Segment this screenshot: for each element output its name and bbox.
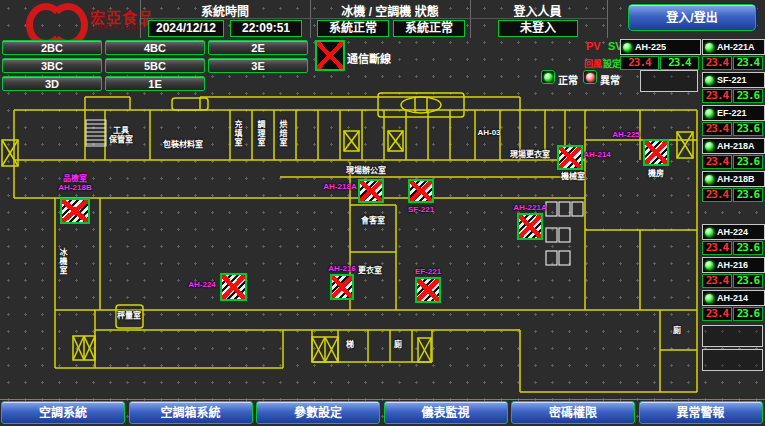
room-label: 機械室 bbox=[561, 172, 585, 181]
brand-logo-icon bbox=[24, 3, 86, 35]
room-label: 機房 bbox=[648, 169, 664, 178]
equipment-EF-221[interactable]: EF-221 bbox=[702, 105, 765, 121]
floor-button-3BC[interactable]: 3BC bbox=[2, 58, 102, 73]
room-label: 充填室 bbox=[233, 120, 242, 147]
equipment-name: EF-221 bbox=[717, 108, 747, 118]
brand-subtitle: HUNYA FOODS bbox=[92, 24, 147, 30]
floor-button-5BC[interactable]: 5BC bbox=[105, 58, 205, 73]
ahu-unit-AH-216[interactable] bbox=[330, 274, 354, 300]
equipment-name: AH-224 bbox=[717, 227, 748, 237]
system-time-title: 系統時間 bbox=[150, 2, 300, 19]
floorplan: 工具 保管室包裝材料室充填室調理室烘焙室AH-03現場更衣室現場辦公室會客室更衣… bbox=[0, 90, 700, 400]
ahu-unit-AH-218B[interactable] bbox=[60, 198, 90, 224]
equipment-AH-224[interactable]: AH-224 bbox=[702, 224, 765, 240]
ahu-unit-AH-225[interactable] bbox=[643, 139, 669, 166]
status-led bbox=[705, 43, 714, 52]
header-divider bbox=[607, 0, 608, 38]
status-led bbox=[623, 43, 632, 52]
equipment-name: AH-216 bbox=[717, 260, 748, 270]
comm-loss-label: 通信斷線 bbox=[347, 50, 391, 66]
equipment-SF-221[interactable]: SF-221 bbox=[702, 72, 765, 88]
equipment-AH-225[interactable]: AH-225 bbox=[620, 39, 701, 55]
abnormal-led bbox=[583, 70, 597, 84]
normal-label: 正常 bbox=[558, 72, 578, 87]
chiller-status-value: 系統正常 bbox=[317, 20, 389, 37]
spare-slot-box bbox=[640, 70, 698, 92]
pv-column-label: PV bbox=[586, 40, 601, 52]
login-logout-button[interactable]: 登入/登出 bbox=[628, 4, 756, 31]
floor-button-1E[interactable]: 1E bbox=[105, 76, 205, 91]
status-led bbox=[705, 142, 714, 151]
sv-value-EF-221: 23.6 bbox=[733, 122, 763, 136]
floorplan-svg bbox=[0, 90, 700, 400]
sv-value-SF-221: 23.6 bbox=[733, 89, 763, 103]
ahu-unit-label-AH-216: AH-216 bbox=[328, 264, 356, 273]
header-divider bbox=[140, 0, 141, 38]
pv-value-AH-224: 23.4 bbox=[702, 241, 732, 255]
normal-led bbox=[541, 70, 555, 84]
equipment-name: AH-225 bbox=[635, 42, 666, 52]
status-led bbox=[705, 261, 714, 270]
status-led bbox=[705, 294, 714, 303]
comm-loss-icon bbox=[315, 40, 345, 71]
room-label: AH-03 bbox=[477, 128, 500, 137]
login-status-value: 未登入 bbox=[498, 20, 578, 37]
ahu-unit-AH-224[interactable] bbox=[220, 273, 247, 301]
equipment-AH-221A[interactable]: AH-221A bbox=[702, 39, 765, 55]
room-label: 廁 bbox=[673, 326, 681, 335]
floor-button-2BC[interactable]: 2BC bbox=[2, 40, 102, 55]
header-divider bbox=[470, 0, 471, 38]
bottom-button-5[interactable]: 密碼權限 bbox=[511, 401, 635, 424]
sv-value-AH-225: 23.4 bbox=[660, 56, 699, 70]
ahu-unit-label-AH-225: AH-225 bbox=[612, 130, 640, 139]
floor-nav: 2BC4BC2E3BC5BC3E3D1E bbox=[2, 40, 322, 94]
ahu-unit-label-AH-218B: 品檢室 AH-218B bbox=[58, 174, 91, 192]
pv-row-label: 回風 bbox=[584, 57, 602, 70]
room-label: 烘焙室 bbox=[278, 120, 287, 147]
sv-row-label: 設定 bbox=[603, 57, 621, 70]
ahu-unit-AH-214[interactable] bbox=[557, 145, 583, 170]
sv-value-AH-218A: 23.6 bbox=[733, 155, 763, 169]
room-label: 現場更衣室 bbox=[510, 150, 550, 159]
bottom-button-3[interactable]: 參數設定 bbox=[256, 401, 380, 424]
bottom-button-4[interactable]: 儀表監視 bbox=[384, 401, 508, 424]
ahu-unit-EF-221[interactable] bbox=[415, 277, 441, 303]
floor-button-2E[interactable]: 2E bbox=[208, 40, 308, 55]
machine-status-title: 冰機 / 空調機 狀態 bbox=[315, 2, 465, 19]
bottom-button-2[interactable]: 空調箱系統 bbox=[129, 401, 253, 424]
bottom-nav: 空調系統空調箱系統參數設定儀表監視密碼權限異常警報 bbox=[0, 399, 765, 426]
equipment-AH-214[interactable]: AH-214 bbox=[702, 290, 765, 306]
status-led bbox=[705, 175, 714, 184]
pv-value-AH-225: 23.4 bbox=[620, 56, 659, 70]
floor-button-4BC[interactable]: 4BC bbox=[105, 40, 205, 55]
bottom-button-1[interactable]: 空調系統 bbox=[1, 401, 125, 424]
status-led bbox=[705, 228, 714, 237]
floor-button-3D[interactable]: 3D bbox=[2, 76, 102, 91]
room-label: 工具 保管室 bbox=[109, 126, 133, 144]
room-label: 廁 bbox=[394, 340, 402, 349]
room-label: 現場辦公室 bbox=[346, 166, 386, 175]
equipment-name: AH-214 bbox=[717, 293, 748, 303]
system-time-value: 22:09:51 bbox=[230, 20, 302, 37]
ahu-unit-label-SF-221: SF-221 bbox=[408, 205, 434, 214]
ahu-unit-label-AH-224: AH-224 bbox=[188, 280, 216, 289]
room-label: 梯 bbox=[346, 340, 354, 349]
room-label: 會客室 bbox=[361, 216, 385, 225]
ahu-unit-AH-218A[interactable] bbox=[358, 179, 384, 203]
header-divider bbox=[310, 0, 311, 38]
spare-slot-box bbox=[702, 349, 763, 371]
equipment-AH-218A[interactable]: AH-218A bbox=[702, 138, 765, 154]
room-label: 冰機室 bbox=[58, 248, 67, 275]
sv-value-AH-216: 23.6 bbox=[733, 274, 763, 288]
ahu-unit-label-EF-221: EF-221 bbox=[415, 267, 441, 276]
room-label: 包裝材料室 bbox=[163, 140, 203, 149]
equipment-AH-218B[interactable]: AH-218B bbox=[702, 171, 765, 187]
ahu-unit-SF-221[interactable] bbox=[408, 179, 434, 203]
ahu-unit-AH-221A[interactable] bbox=[517, 213, 543, 240]
bottom-button-6[interactable]: 異常警報 bbox=[639, 401, 763, 424]
hmi-screen: 宏亞食品 HUNYA FOODS 系統時間 2024/12/12 22:09:5… bbox=[0, 0, 765, 426]
sv-value-AH-218B: 23.6 bbox=[733, 188, 763, 202]
equipment-AH-216[interactable]: AH-216 bbox=[702, 257, 765, 273]
pv-value-AH-218A: 23.4 bbox=[702, 155, 732, 169]
floor-button-3E[interactable]: 3E bbox=[208, 58, 308, 73]
